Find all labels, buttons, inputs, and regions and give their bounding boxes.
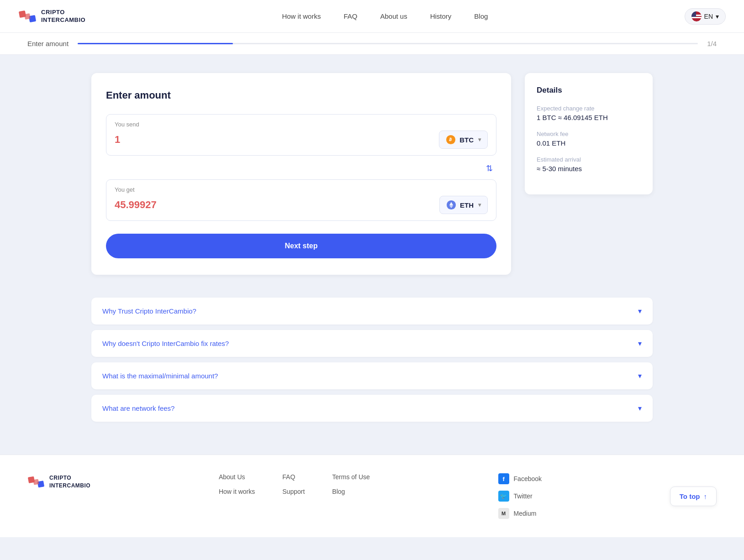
social-links: f Facebook 🐦 Twitter M Medium xyxy=(498,473,542,519)
step-count: 1/4 xyxy=(707,40,717,47)
footer-col-2: FAQ Support xyxy=(282,473,305,495)
header: CRIPTOINTERCAMBIO How it works FAQ About… xyxy=(0,0,744,33)
eth-icon xyxy=(446,200,456,210)
faq-chevron-0-icon: ▾ xyxy=(638,307,642,315)
faq-question-3: What are network fees? xyxy=(102,404,174,412)
progress-fill xyxy=(78,43,233,44)
footer-links: About Us How it works FAQ Support Terms … xyxy=(219,473,370,495)
medium-label: Medium xyxy=(514,510,537,517)
get-row: 45.99927 ETH ▾ xyxy=(115,196,488,214)
social-medium[interactable]: M Medium xyxy=(498,508,542,519)
faq-chevron-3-icon: ▾ xyxy=(638,404,642,413)
facebook-icon: f xyxy=(498,473,509,484)
flag-icon xyxy=(691,11,702,21)
to-top-button[interactable]: To top ↑ xyxy=(670,487,717,506)
main-content: Enter amount You send 1 BTC ▾ ⇅ xyxy=(0,55,744,293)
rate-label: Expected change rate xyxy=(537,105,641,112)
rate-value: 1 BTC ≈ 46.09145 ETH xyxy=(537,114,641,121)
send-currency-select[interactable]: BTC ▾ xyxy=(439,131,488,149)
footer-blog[interactable]: Blog xyxy=(332,488,369,495)
fee-value: 0.01 ETH xyxy=(537,139,641,147)
arrival-row: Estimated arrival ≈ 5-30 minutes xyxy=(537,156,641,173)
svg-rect-11 xyxy=(33,479,39,485)
fee-label: Network fee xyxy=(537,131,641,137)
get-label: You get xyxy=(115,186,488,193)
step-label: Enter amount xyxy=(27,40,69,47)
footer-logo[interactable]: CRIPTOINTERCAMBIO xyxy=(27,473,90,491)
footer-logo-text: CRIPTOINTERCAMBIO xyxy=(49,474,90,490)
logo[interactable]: CRIPTOINTERCAMBIO xyxy=(18,7,85,26)
get-currency-label: ETH xyxy=(460,201,474,209)
nav-how-it-works[interactable]: How it works xyxy=(282,12,321,20)
footer-faq[interactable]: FAQ xyxy=(282,473,305,481)
footer-terms[interactable]: Terms of Use xyxy=(332,473,369,481)
social-facebook[interactable]: f Facebook xyxy=(498,473,542,484)
svg-rect-5 xyxy=(691,17,702,18)
get-group: You get 45.99927 ETH ▾ xyxy=(106,179,496,221)
footer-logo-icon xyxy=(27,473,45,491)
swap-icon[interactable]: ⇅ xyxy=(482,161,496,176)
svg-rect-2 xyxy=(24,13,31,20)
faq-item-1[interactable]: Why doesn't Cripto InterCambio fix rates… xyxy=(91,330,653,357)
logo-text: CRIPTOINTERCAMBIO xyxy=(41,9,85,24)
faq-item-3[interactable]: What are network fees? ▾ xyxy=(91,395,653,422)
faq-section: Why Trust Cripto InterCambio? ▾ Why does… xyxy=(0,293,744,445)
details-title: Details xyxy=(537,86,641,95)
step-bar: Enter amount 1/4 xyxy=(0,33,744,55)
main-nav: How it works FAQ About us History Blog xyxy=(282,12,488,20)
get-currency-chevron-icon: ▾ xyxy=(478,202,481,208)
footer-support[interactable]: Support xyxy=(282,488,305,495)
get-currency-select[interactable]: ETH ▾ xyxy=(439,196,488,214)
footer-how-it-works[interactable]: How it works xyxy=(219,488,255,495)
twitter-icon: 🐦 xyxy=(498,491,509,502)
nav-history[interactable]: History xyxy=(430,12,452,20)
svg-point-7 xyxy=(446,135,455,144)
get-value[interactable]: 45.99927 xyxy=(115,199,157,211)
send-row: 1 BTC ▾ xyxy=(115,131,488,149)
footer-col-3: Terms of Use Blog xyxy=(332,473,369,495)
send-currency-label: BTC xyxy=(459,136,474,144)
exchange-title: Enter amount xyxy=(106,89,496,101)
to-top-arrow-icon: ↑ xyxy=(703,492,707,500)
details-card: Details Expected change rate 1 BTC ≈ 46.… xyxy=(525,73,653,194)
social-twitter[interactable]: 🐦 Twitter xyxy=(498,491,542,502)
faq-chevron-1-icon: ▾ xyxy=(638,339,642,348)
exchange-card: Enter amount You send 1 BTC ▾ ⇅ xyxy=(91,73,511,275)
faq-question-1: Why doesn't Cripto InterCambio fix rates… xyxy=(102,340,229,347)
facebook-label: Facebook xyxy=(514,475,542,482)
lang-selector[interactable]: EN ▾ xyxy=(685,8,726,25)
footer: CRIPTOINTERCAMBIO About Us How it works … xyxy=(0,455,744,537)
rate-row: Expected change rate 1 BTC ≈ 46.09145 ET… xyxy=(537,105,641,121)
nav-faq[interactable]: FAQ xyxy=(343,12,357,20)
progress-track xyxy=(78,43,698,44)
to-top-label: To top xyxy=(680,492,700,500)
faq-question-0: Why Trust Cripto InterCambio? xyxy=(102,307,196,315)
arrival-value: ≈ 5-30 minutes xyxy=(537,165,641,173)
faq-question-2: What is the maximal/minimal amount? xyxy=(102,372,218,380)
faq-chevron-2-icon: ▾ xyxy=(638,372,642,380)
svg-rect-6 xyxy=(691,11,696,17)
medium-icon: M xyxy=(498,508,509,519)
send-label: You send xyxy=(115,121,488,128)
nav-about-us[interactable]: About us xyxy=(380,12,407,20)
next-step-button[interactable]: Next step xyxy=(106,234,496,258)
lang-label: EN xyxy=(704,13,713,20)
twitter-label: Twitter xyxy=(514,492,533,500)
faq-item-0[interactable]: Why Trust Cripto InterCambio? ▾ xyxy=(91,298,653,324)
footer-col-1: About Us How it works xyxy=(219,473,255,495)
send-currency-chevron-icon: ▾ xyxy=(478,136,481,143)
faq-item-2[interactable]: What is the maximal/minimal amount? ▾ xyxy=(91,362,653,389)
nav-blog[interactable]: Blog xyxy=(474,12,488,20)
logo-icon xyxy=(18,7,37,26)
arrival-label: Estimated arrival xyxy=(537,156,641,163)
btc-icon xyxy=(446,135,456,145)
lang-chevron-icon: ▾ xyxy=(716,13,719,20)
send-value[interactable]: 1 xyxy=(115,134,120,146)
swap-area: ⇅ xyxy=(106,159,496,178)
fee-row: Network fee 0.01 ETH xyxy=(537,131,641,147)
send-group: You send 1 BTC ▾ xyxy=(106,114,496,156)
footer-about-us[interactable]: About Us xyxy=(219,473,255,481)
